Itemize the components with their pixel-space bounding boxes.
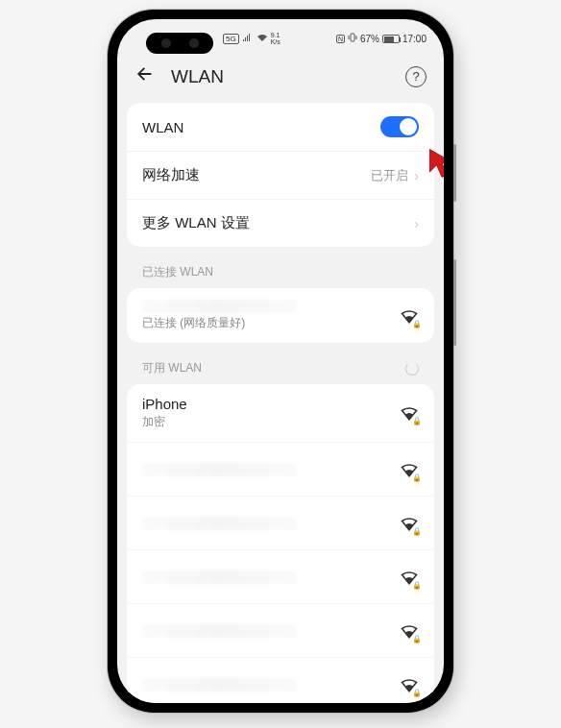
- available-section-title: 可用 WLAN: [142, 360, 202, 376]
- net-speed: 9.1 K/s: [271, 32, 280, 45]
- available-networks-card: iPhone加密🔒🔒🔒🔒🔒🔒: [127, 384, 434, 703]
- vibrate-icon: [348, 33, 357, 44]
- lock-icon: 🔒: [412, 527, 422, 536]
- connected-section-title: 已连接 WLAN: [142, 264, 213, 280]
- more-wlan-settings-row[interactable]: 更多 WLAN 设置 ›: [127, 199, 434, 247]
- network-name: iPhone: [142, 396, 400, 412]
- available-network-row[interactable]: 🔒: [127, 442, 434, 496]
- more-wlan-settings-label: 更多 WLAN 设置: [142, 214, 408, 232]
- wifi-signal-icon: 🔒: [400, 306, 419, 326]
- battery-pct: 67%: [360, 34, 379, 44]
- connected-network-name: [142, 300, 297, 313]
- connected-section-header: 已连接 WLAN: [117, 258, 444, 288]
- chevron-right-icon: ›: [414, 216, 419, 231]
- lock-icon: 🔒: [412, 473, 422, 482]
- wlan-settings-card: WLAN 网络加速 已开启 › 更多 WLAN 设置 ›: [127, 103, 434, 247]
- battery-icon: [382, 35, 400, 43]
- connected-network-status: 已连接 (网络质量好): [142, 315, 400, 331]
- wifi-status-icon: [256, 33, 268, 44]
- network-name: [142, 678, 297, 692]
- network-acceleration-row[interactable]: 网络加速 已开启 ›: [127, 151, 434, 199]
- nfc-icon: N: [336, 35, 345, 43]
- page-title: WLAN: [171, 66, 390, 87]
- connected-network-card: 已连接 (网络质量好) 🔒: [127, 288, 434, 343]
- connected-network-row[interactable]: 已连接 (网络质量好) 🔒: [127, 288, 434, 343]
- wifi-signal-icon: 🔒: [400, 675, 419, 694]
- available-network-row[interactable]: 🔒: [127, 549, 434, 603]
- network-acceleration-label: 网络加速: [142, 166, 371, 184]
- wifi-signal-icon: 🔒: [400, 514, 419, 533]
- phone-frame: 5G 9.1 K/s N 67% 17:00: [108, 10, 453, 713]
- clock: 17:00: [402, 34, 427, 44]
- wifi-signal-icon: 🔒: [400, 621, 419, 641]
- wifi-signal-icon: 🔒: [400, 460, 419, 479]
- camera-notch: [146, 33, 213, 54]
- network-name: [142, 570, 297, 584]
- available-network-row[interactable]: iPhone加密🔒: [127, 384, 434, 442]
- network-name: [142, 517, 297, 530]
- lock-icon: 🔒: [412, 635, 422, 643]
- available-network-row[interactable]: 🔒: [127, 496, 434, 549]
- mobile-data-icon: 5G: [223, 34, 239, 44]
- wifi-signal-icon: 🔒: [400, 568, 419, 587]
- loading-spinner-icon: [405, 362, 419, 376]
- wlan-toggle-switch[interactable]: [380, 116, 419, 137]
- page-header: WLAN ?: [117, 58, 444, 103]
- chevron-right-icon: ›: [414, 168, 419, 183]
- available-network-row[interactable]: 🔒: [127, 603, 434, 657]
- lock-icon: 🔒: [412, 320, 422, 328]
- lock-icon: 🔒: [412, 417, 422, 425]
- lock-icon: 🔒: [412, 689, 422, 697]
- wlan-toggle-label: WLAN: [142, 119, 380, 135]
- available-section-header: 可用 WLAN: [117, 354, 444, 384]
- svg-rect-1: [351, 34, 354, 41]
- wifi-signal-icon: 🔒: [400, 403, 419, 423]
- network-subtitle: 加密: [142, 414, 400, 430]
- signal-icon: [242, 33, 254, 44]
- lock-icon: 🔒: [412, 581, 422, 590]
- back-arrow-icon[interactable]: [134, 63, 156, 89]
- network-acceleration-value: 已开启: [371, 167, 408, 184]
- network-name: [142, 624, 297, 638]
- wlan-toggle-row[interactable]: WLAN: [127, 103, 434, 151]
- available-network-row[interactable]: 🔒: [127, 657, 434, 703]
- screen: 5G 9.1 K/s N 67% 17:00: [117, 19, 444, 703]
- help-icon[interactable]: ?: [405, 66, 427, 87]
- network-name: [142, 463, 297, 476]
